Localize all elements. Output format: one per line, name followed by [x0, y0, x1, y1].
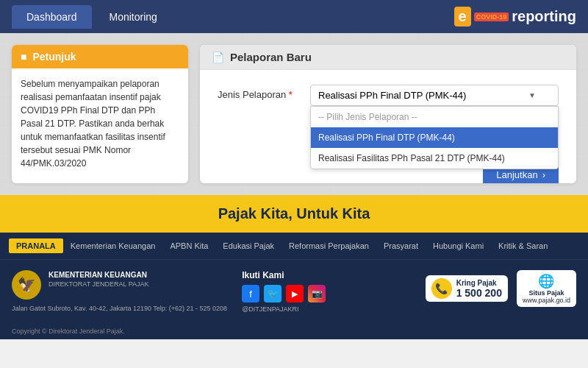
footer-nav-edukasi[interactable]: Edukasi Pajak	[215, 238, 282, 253]
kring-badge: 📞 Kring Pajak 1 500 200	[426, 275, 508, 302]
covid-badge: COVID-19	[474, 13, 509, 21]
logo-area: e COVID-19 reporting	[454, 7, 576, 26]
kring-phone-icon: 📞	[431, 278, 452, 299]
situs-globe-icon: 🌐	[538, 273, 554, 289]
footer-logo-section: 🦅 KEMENTERIAN KEUANGAN DIREKTORAT JENDER…	[12, 270, 227, 314]
petunjuk-icon: ■	[21, 51, 26, 63]
dropdown-menu: -- Pilih Jenis Pelaporan -- Realisasi PP…	[310, 106, 559, 169]
petunjuk-card: ■ Petunjuk Sebelum menyampaikan pelapora…	[12, 45, 188, 183]
footer-nav-reformasi[interactable]: Reformasi Perpajakan	[282, 238, 376, 253]
situs-label: Situs Pajak	[528, 289, 564, 297]
header: Dashboard Monitoring e COVID-19 reportin…	[0, 0, 588, 33]
required-star: *	[289, 89, 293, 100]
social-icons-row: f 🐦 ▶ 📷	[242, 285, 330, 302]
form-row-jenis: Jenis Pelaporan * Realisasi PPh Final DT…	[218, 85, 559, 106]
footer-social: Ikuti Kami f 🐦 ▶ 📷 @DITJENPAJAKRI	[242, 270, 330, 313]
petunjuk-header: ■ Petunjuk	[12, 45, 188, 68]
dropdown-option-pasal21[interactable]: Realisasi Fasilitas PPh Pasal 21 DTP (PM…	[311, 148, 558, 169]
tab-dashboard[interactable]: Dashboard	[12, 5, 92, 29]
social-handle: @DITJENPAJAKRI	[242, 305, 330, 313]
footer-nav: PRANALA Kementerian Keuangan APBN Kita E…	[0, 233, 588, 260]
footer-copyright: Copyright © Direktorat Jenderal Pajak.	[0, 325, 588, 339]
footer-badges: 📞 Kring Pajak 1 500 200 🌐 Situs Pajak ww…	[426, 270, 576, 307]
footer-address: Jalan Gatot Subroto, Kav. 40-42, Jakarta…	[12, 304, 227, 314]
pelaporan-title: Pelaporan Baru	[230, 51, 312, 63]
petunjuk-body: Sebelum menyampaikan pelaporan realisasi…	[12, 68, 188, 179]
footer-org-info: 🦅 KEMENTERIAN KEUANGAN DIREKTORAT JENDER…	[12, 270, 227, 300]
footer-body: 🦅 KEMENTERIAN KEUANGAN DIREKTORAT JENDER…	[0, 260, 588, 325]
nav-tabs: Dashboard Monitoring	[12, 5, 172, 29]
org-name: KEMENTERIAN KEUANGAN	[49, 270, 149, 280]
chevron-down-icon: ▼	[528, 91, 536, 99]
footer-nav-hubungi[interactable]: Hubungi Kami	[426, 238, 491, 253]
social-title: Ikuti Kami	[242, 270, 330, 280]
lanjutkan-label: Lanjutkan	[496, 169, 537, 180]
youtube-icon[interactable]: ▶	[286, 285, 304, 302]
footer-nav-apbn[interactable]: APBN Kita	[162, 238, 215, 253]
garuda-icon: 🦅	[18, 276, 36, 294]
tagline-text: Pajak Kita, Untuk Kita	[10, 205, 578, 222]
dropdown-option-final-dtp[interactable]: Realisasi PPh Final DTP (PMK-44)	[311, 127, 558, 148]
pelaporan-baru-card: 📄 Pelaporan Baru Jenis Pelaporan * Reali…	[200, 45, 576, 183]
kemenkeu-logo: 🦅	[12, 270, 41, 300]
kring-number: 1 500 200	[456, 287, 502, 299]
situs-url: www.pajak.go.id	[523, 297, 570, 304]
select-value: Realisasi PPh Final DTP (PMK-44)	[318, 90, 466, 101]
pelaporan-icon: 📄	[212, 52, 224, 63]
kring-label: Kring Pajak	[456, 279, 502, 287]
org-sub: DIREKTORAT JENDERAL PAJAK	[49, 280, 149, 289]
logo-e: e	[454, 7, 471, 26]
pelaporan-body: Jenis Pelaporan * Realisasi PPh Final DT…	[200, 70, 576, 183]
petunjuk-title: Petunjuk	[32, 51, 76, 63]
footer-nav-pranala[interactable]: PRANALA	[9, 238, 63, 253]
pelaporan-header: 📄 Pelaporan Baru	[200, 45, 576, 70]
twitter-icon[interactable]: 🐦	[264, 285, 282, 302]
footer: 🦅 KEMENTERIAN KEUANGAN DIREKTORAT JENDER…	[0, 260, 588, 339]
footer-nav-kemenkeu[interactable]: Kementerian Keuangan	[63, 238, 163, 253]
dropdown-option-placeholder[interactable]: -- Pilih Jenis Pelaporan --	[311, 107, 558, 127]
logo-reporting: reporting	[512, 8, 576, 25]
footer-nav-prasyarat[interactable]: Prasyarat	[376, 238, 426, 253]
main-content: ■ Petunjuk Sebelum menyampaikan pelapora…	[0, 33, 588, 195]
situs-badge: 🌐 Situs Pajak www.pajak.go.id	[517, 270, 576, 307]
instagram-icon[interactable]: 📷	[308, 285, 326, 302]
tagline-section: Pajak Kita, Untuk Kita	[0, 195, 588, 233]
jenis-select[interactable]: Realisasi PPh Final DTP (PMK-44) ▼	[310, 85, 559, 106]
jenis-label: Jenis Pelaporan *	[218, 85, 298, 100]
arrow-right-icon: ›	[542, 169, 545, 180]
footer-nav-kritik[interactable]: Kritik & Saran	[491, 238, 555, 253]
tab-monitoring[interactable]: Monitoring	[95, 5, 172, 29]
facebook-icon[interactable]: f	[242, 285, 259, 302]
jenis-select-wrapper: Realisasi PPh Final DTP (PMK-44) ▼ -- Pi…	[310, 85, 559, 106]
